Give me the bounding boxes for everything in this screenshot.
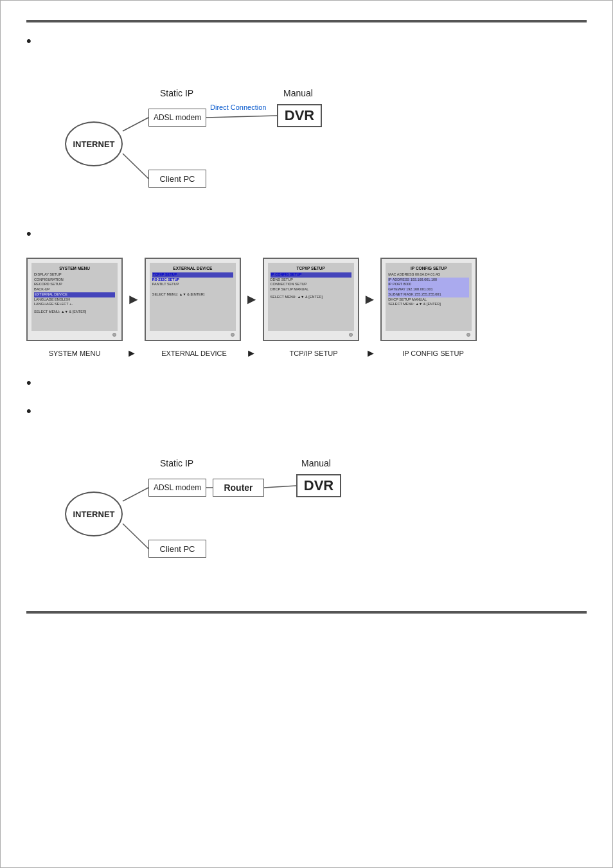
screen-external-device: EXTERNAL DEVICE TCP/IP SETUP RS-232C SET… bbox=[145, 258, 241, 341]
seq-label-2: EXTERNAL DEVICE bbox=[146, 350, 242, 357]
bullet-icon-3: • bbox=[26, 376, 31, 390]
s1-item1: DISPLAY SETUP bbox=[34, 272, 115, 278]
adsl-modem-box: ADSL modem bbox=[148, 109, 206, 127]
seq-spacer2: ► bbox=[246, 348, 262, 359]
screen-ip-config: IP CONFIG SETUP MAC ADDRESS 00:0A:D4:01:… bbox=[380, 258, 477, 341]
s3-item2: DDNS SETUP bbox=[271, 278, 351, 283]
s1-item2: CONFIGURATION bbox=[34, 278, 115, 283]
svg-line-0 bbox=[123, 118, 148, 131]
internet-circle2: INTERNET bbox=[65, 492, 123, 536]
s4-footer: SELECT MENU: ▲▼ & [ENTER] bbox=[388, 302, 469, 307]
label-manual: Manual bbox=[283, 88, 313, 98]
s3-item3: CONNECTION SETUP bbox=[271, 282, 351, 287]
diagram2: Static IP Manual INTERNET ADSL modem Rou… bbox=[65, 440, 373, 581]
s4-item0: MAC ADDRESS 00:0A:D4:01:4G bbox=[388, 272, 469, 278]
s4-item1: IP ADDRESS 192.168.001.100 bbox=[388, 278, 469, 283]
s1-item7: LANGUAGE SELECT +- bbox=[34, 302, 115, 307]
bullet-icon-4: • bbox=[26, 404, 31, 418]
bullet-3: • bbox=[26, 377, 587, 390]
svg-line-1 bbox=[123, 154, 148, 179]
label-manual2: Manual bbox=[301, 458, 331, 468]
screen1-title: SYSTEM MENU bbox=[34, 265, 115, 271]
label-static-ip: Static IP bbox=[160, 88, 193, 98]
s3-item1: IP CONFIG SETUP bbox=[271, 272, 351, 278]
screen1-led bbox=[112, 333, 116, 337]
screen3-led bbox=[349, 333, 353, 337]
s4-item5: DHCP SETUP MANUAL bbox=[388, 297, 469, 303]
seq-label-4: IP CONFIG SETUP bbox=[385, 350, 481, 357]
screen-tcpip-setup: TCP/IP SETUP IP CONFIG SETUP DDNS SETUP … bbox=[263, 258, 359, 341]
clientpc-box: Client PC bbox=[148, 170, 206, 188]
screen1-inner: SYSTEM MENU DISPLAY SETUP CONFIGURATION … bbox=[31, 263, 118, 331]
s2-item1: TCP/IP SETUP bbox=[152, 272, 233, 278]
seq-spacer1: ► bbox=[127, 348, 142, 359]
bullet-4: • bbox=[26, 405, 587, 418]
bullet-2: • bbox=[26, 228, 587, 241]
s1-item5: EXTERNAL DEVICE bbox=[34, 292, 115, 297]
bullet-icon-2: • bbox=[26, 227, 31, 241]
clientpc-box2: Client PC bbox=[148, 540, 206, 558]
screen4-title: IP CONFIG SETUP bbox=[388, 265, 469, 271]
bullet-icon-1: • bbox=[26, 34, 31, 48]
s4-item3: GATEWAY 192.168.001.001 bbox=[388, 287, 469, 292]
dvr-box: DVR bbox=[277, 104, 322, 127]
dvr-box2: DVR bbox=[296, 474, 341, 497]
router-box: Router bbox=[213, 479, 264, 497]
screen2-title: EXTERNAL DEVICE bbox=[152, 265, 233, 271]
screen3-inner: TCP/IP SETUP IP CONFIG SETUP DDNS SETUP … bbox=[268, 263, 354, 331]
internet-circle: INTERNET bbox=[65, 121, 123, 166]
s1-footer: SELECT MENU: ▲▼ & [ENTER] bbox=[34, 310, 115, 315]
seq-spacer3: ► bbox=[366, 348, 381, 359]
svg-line-6 bbox=[264, 486, 296, 488]
screen-sequence: SYSTEM MENU DISPLAY SETUP CONFIGURATION … bbox=[26, 258, 587, 341]
screen2-inner: EXTERNAL DEVICE TCP/IP SETUP RS-232C SET… bbox=[150, 263, 236, 331]
s2-footer: SELECT MENU: ▲▼ & [ENTER] bbox=[152, 292, 233, 297]
screen-system-menu: SYSTEM MENU DISPLAY SETUP CONFIGURATION … bbox=[26, 258, 123, 341]
top-border bbox=[26, 20, 587, 22]
s4-item4: SUBNET MASK 255.255.255.001 bbox=[388, 292, 469, 297]
s1-item6: LANGUAGE ENGLISH bbox=[34, 297, 115, 303]
s4-item2: IP PORT 8000 bbox=[388, 282, 469, 287]
screen3-title: TCP/IP SETUP bbox=[271, 265, 351, 271]
screen4-led bbox=[466, 333, 470, 337]
svg-line-2 bbox=[206, 116, 277, 118]
bullet-1: • bbox=[26, 35, 587, 48]
s2-item2: RS-232C SETUP bbox=[152, 278, 233, 283]
label-direct-connection: Direct Connection bbox=[210, 103, 266, 111]
seq-label-3: TCP/IP SETUP bbox=[265, 350, 362, 357]
screen2-led bbox=[231, 333, 235, 337]
diagram1: Static IP Manual INTERNET ADSL modem Dir… bbox=[65, 70, 373, 211]
s3-item4: DHCP SETUP MANUAL bbox=[271, 287, 351, 292]
adsl-modem-box2: ADSL modem bbox=[148, 479, 206, 497]
arrow3: ► bbox=[363, 291, 377, 308]
screen4-inner: IP CONFIG SETUP MAC ADDRESS 00:0A:D4:01:… bbox=[386, 263, 472, 331]
s1-item4: BACK-UP bbox=[34, 287, 115, 292]
arrow1: ► bbox=[127, 291, 141, 308]
s3-footer: SELECT MENU: ▲▼ & [ENTER] bbox=[271, 295, 351, 300]
sequence-labels: SYSTEM MENU ► EXTERNAL DEVICE ► TCP/IP S… bbox=[26, 348, 587, 359]
arrow2: ► bbox=[245, 291, 259, 308]
page: • Static IP Manual INTERNET ADSL modem D… bbox=[0, 0, 613, 868]
svg-line-4 bbox=[123, 524, 148, 549]
bottom-border bbox=[26, 611, 587, 614]
label-static-ip2: Static IP bbox=[160, 458, 193, 468]
seq-label-1: SYSTEM MENU bbox=[26, 350, 123, 357]
s2-item3: PANTILT SETUP bbox=[152, 282, 233, 287]
s1-item3: RECORD SETUP bbox=[34, 282, 115, 287]
svg-line-3 bbox=[123, 488, 148, 501]
